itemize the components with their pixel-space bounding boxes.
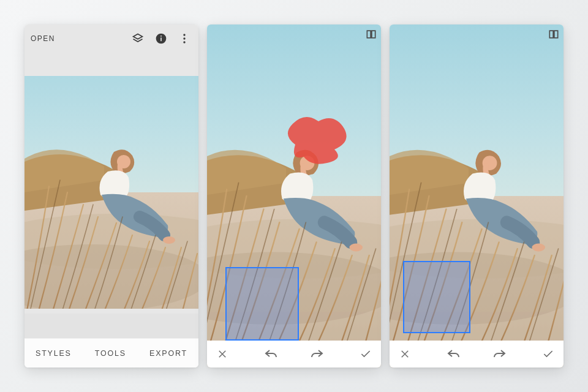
- top-toolbar: OPEN: [24, 24, 198, 53]
- edited-photo[interactable]: [24, 76, 198, 309]
- tab-styles[interactable]: STYLES: [36, 349, 72, 358]
- undo-icon[interactable]: [445, 345, 463, 363]
- tab-tools[interactable]: TOOLS: [95, 349, 126, 358]
- svg-point-11: [183, 41, 185, 43]
- close-icon[interactable]: [396, 345, 414, 363]
- open-button[interactable]: OPEN: [31, 34, 55, 43]
- edit-toolbar: [207, 341, 381, 368]
- confirm-icon[interactable]: [356, 345, 375, 363]
- layers-icon[interactable]: [127, 28, 148, 49]
- compare-icon[interactable]: [548, 28, 560, 40]
- tab-export[interactable]: EXPORT: [149, 349, 187, 358]
- redo-icon[interactable]: [490, 345, 508, 363]
- svg-rect-15: [554, 31, 558, 38]
- undo-icon[interactable]: [262, 345, 281, 363]
- svg-rect-14: [549, 31, 553, 38]
- bottom-tabbar: STYLES TOOLS EXPORT: [24, 338, 198, 368]
- svg-point-10: [183, 37, 185, 39]
- close-icon[interactable]: [213, 345, 232, 363]
- svg-rect-13: [372, 31, 375, 38]
- info-icon[interactable]: [151, 28, 172, 49]
- svg-rect-7: [160, 37, 162, 41]
- screen-healing-painted: [207, 24, 381, 368]
- overflow-menu-icon[interactable]: [174, 28, 195, 49]
- edit-toolbar: [390, 341, 564, 368]
- screen-main: OPEN STYLES TOOLS EXPORT: [24, 24, 198, 368]
- svg-point-9: [183, 34, 185, 36]
- compare-icon[interactable]: [365, 28, 377, 40]
- canvas-area: [24, 53, 198, 338]
- zoom-preview-box[interactable]: [225, 267, 299, 341]
- svg-rect-12: [367, 31, 371, 38]
- svg-rect-8: [160, 36, 162, 37]
- zoom-preview-box[interactable]: [403, 261, 470, 333]
- redo-icon[interactable]: [307, 345, 326, 363]
- confirm-icon[interactable]: [539, 345, 557, 363]
- screen-healing-result: [390, 24, 564, 368]
